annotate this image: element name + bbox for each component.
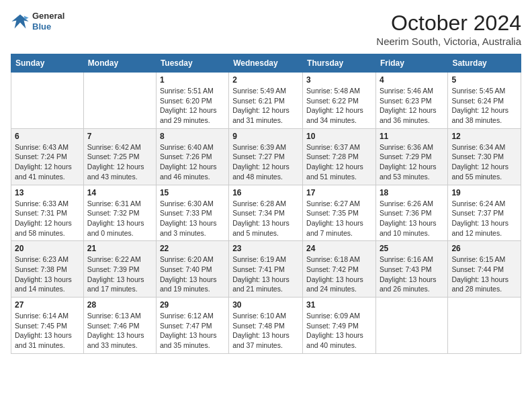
calendar-cell: 19Sunrise: 6:24 AM Sunset: 7:37 PM Dayli… xyxy=(448,185,521,241)
calendar-cell: 12Sunrise: 6:34 AM Sunset: 7:30 PM Dayli… xyxy=(448,128,521,185)
calendar-cell: 30Sunrise: 6:10 AM Sunset: 7:48 PM Dayli… xyxy=(229,298,303,354)
calendar-cell: 14Sunrise: 6:31 AM Sunset: 7:32 PM Dayli… xyxy=(83,185,156,241)
day-info: Sunrise: 5:48 AM Sunset: 6:22 PM Dayligh… xyxy=(306,86,372,126)
svg-marker-0 xyxy=(11,14,28,28)
day-number: 10 xyxy=(306,132,372,141)
calendar-cell: 17Sunrise: 6:27 AM Sunset: 7:35 PM Dayli… xyxy=(303,185,376,241)
col-header-friday: Friday xyxy=(375,54,447,73)
col-header-wednesday: Wednesday xyxy=(229,54,303,73)
calendar-cell: 26Sunrise: 6:15 AM Sunset: 7:44 PM Dayli… xyxy=(448,241,521,298)
calendar-cell: 10Sunrise: 6:37 AM Sunset: 7:28 PM Dayli… xyxy=(303,128,376,185)
calendar-cell: 8Sunrise: 6:40 AM Sunset: 7:26 PM Daylig… xyxy=(156,128,228,185)
calendar-cell xyxy=(448,298,521,354)
day-info: Sunrise: 6:42 AM Sunset: 7:25 PM Dayligh… xyxy=(87,142,152,182)
day-number: 7 xyxy=(87,132,152,141)
calendar-cell: 31Sunrise: 6:09 AM Sunset: 7:49 PM Dayli… xyxy=(303,298,376,354)
col-header-monday: Monday xyxy=(83,54,156,73)
day-info: Sunrise: 6:43 AM Sunset: 7:24 PM Dayligh… xyxy=(15,142,80,182)
day-number: 23 xyxy=(232,244,299,253)
day-number: 15 xyxy=(160,188,225,197)
day-info: Sunrise: 6:18 AM Sunset: 7:42 PM Dayligh… xyxy=(306,255,372,294)
day-info: Sunrise: 6:24 AM Sunset: 7:37 PM Dayligh… xyxy=(451,199,517,238)
day-info: Sunrise: 6:09 AM Sunset: 7:49 PM Dayligh… xyxy=(306,311,372,351)
col-header-sunday: Sunday xyxy=(11,54,84,73)
calendar-cell: 25Sunrise: 6:16 AM Sunset: 7:43 PM Dayli… xyxy=(375,241,447,298)
col-header-thursday: Thursday xyxy=(303,54,376,73)
day-info: Sunrise: 6:23 AM Sunset: 7:38 PM Dayligh… xyxy=(15,255,80,294)
day-info: Sunrise: 6:37 AM Sunset: 7:28 PM Dayligh… xyxy=(306,142,372,182)
calendar-cell: 16Sunrise: 6:28 AM Sunset: 7:34 PM Dayli… xyxy=(229,185,303,241)
page-subtitle: Neerim South, Victoria, Australia xyxy=(376,36,521,47)
logo-bird-icon xyxy=(11,12,30,31)
calendar-header: SundayMondayTuesdayWednesdayThursdayFrid… xyxy=(11,54,521,73)
day-number: 8 xyxy=(160,132,225,141)
calendar-cell: 9Sunrise: 6:39 AM Sunset: 7:27 PM Daylig… xyxy=(229,128,303,185)
day-number: 29 xyxy=(160,300,225,310)
calendar-cell: 22Sunrise: 6:20 AM Sunset: 7:40 PM Dayli… xyxy=(156,241,228,298)
calendar-week-5: 27Sunrise: 6:14 AM Sunset: 7:45 PM Dayli… xyxy=(11,298,521,354)
day-info: Sunrise: 6:13 AM Sunset: 7:46 PM Dayligh… xyxy=(87,311,152,351)
day-number: 13 xyxy=(15,188,80,197)
day-info: Sunrise: 6:22 AM Sunset: 7:39 PM Dayligh… xyxy=(87,255,152,294)
day-info: Sunrise: 5:51 AM Sunset: 6:20 PM Dayligh… xyxy=(160,86,225,126)
day-number: 14 xyxy=(87,188,152,197)
day-number: 27 xyxy=(15,300,80,310)
calendar-cell: 5Sunrise: 5:45 AM Sunset: 6:24 PM Daylig… xyxy=(448,73,521,129)
day-info: Sunrise: 6:10 AM Sunset: 7:48 PM Dayligh… xyxy=(232,311,299,351)
day-number: 11 xyxy=(380,132,444,141)
calendar-week-2: 6Sunrise: 6:43 AM Sunset: 7:24 PM Daylig… xyxy=(11,128,521,185)
calendar-cell: 23Sunrise: 6:19 AM Sunset: 7:41 PM Dayli… xyxy=(229,241,303,298)
logo-blue: Blue xyxy=(32,21,64,32)
day-number: 17 xyxy=(306,188,372,197)
day-number: 6 xyxy=(15,132,80,141)
day-number: 2 xyxy=(232,75,299,85)
calendar-cell: 11Sunrise: 6:36 AM Sunset: 7:29 PM Dayli… xyxy=(375,128,447,185)
calendar-cell: 15Sunrise: 6:30 AM Sunset: 7:33 PM Dayli… xyxy=(156,185,228,241)
day-info: Sunrise: 5:46 AM Sunset: 6:23 PM Dayligh… xyxy=(380,86,444,126)
calendar-week-3: 13Sunrise: 6:33 AM Sunset: 7:31 PM Dayli… xyxy=(11,185,521,241)
day-info: Sunrise: 6:40 AM Sunset: 7:26 PM Dayligh… xyxy=(160,142,225,182)
calendar-cell: 21Sunrise: 6:22 AM Sunset: 7:39 PM Dayli… xyxy=(83,241,156,298)
day-info: Sunrise: 5:49 AM Sunset: 6:21 PM Dayligh… xyxy=(232,86,299,126)
calendar-body: 1Sunrise: 5:51 AM Sunset: 6:20 PM Daylig… xyxy=(11,73,521,354)
day-number: 18 xyxy=(380,188,444,197)
logo-general: General xyxy=(32,11,64,21)
day-info: Sunrise: 6:15 AM Sunset: 7:44 PM Dayligh… xyxy=(451,255,517,294)
day-number: 24 xyxy=(306,244,372,253)
day-info: Sunrise: 6:26 AM Sunset: 7:36 PM Dayligh… xyxy=(380,199,444,238)
page-header: General Blue October 2024 Neerim South, … xyxy=(11,11,521,47)
day-number: 21 xyxy=(87,244,152,253)
title-block: October 2024 Neerim South, Victoria, Aus… xyxy=(376,11,521,47)
calendar-cell: 2Sunrise: 5:49 AM Sunset: 6:21 PM Daylig… xyxy=(229,73,303,129)
calendar-cell: 7Sunrise: 6:42 AM Sunset: 7:25 PM Daylig… xyxy=(83,128,156,185)
calendar-cell: 13Sunrise: 6:33 AM Sunset: 7:31 PM Dayli… xyxy=(11,185,84,241)
day-info: Sunrise: 6:19 AM Sunset: 7:41 PM Dayligh… xyxy=(232,255,299,294)
day-number: 20 xyxy=(15,244,80,253)
calendar-cell xyxy=(83,73,156,129)
calendar-cell: 3Sunrise: 5:48 AM Sunset: 6:22 PM Daylig… xyxy=(303,73,376,129)
calendar-cell: 29Sunrise: 6:12 AM Sunset: 7:47 PM Dayli… xyxy=(156,298,228,354)
day-number: 31 xyxy=(306,300,372,310)
day-info: Sunrise: 6:31 AM Sunset: 7:32 PM Dayligh… xyxy=(87,199,152,238)
day-number: 16 xyxy=(232,188,299,197)
day-info: Sunrise: 6:33 AM Sunset: 7:31 PM Dayligh… xyxy=(15,199,80,238)
day-number: 1 xyxy=(160,75,225,85)
day-info: Sunrise: 6:20 AM Sunset: 7:40 PM Dayligh… xyxy=(160,255,225,294)
col-header-saturday: Saturday xyxy=(448,54,521,73)
calendar-cell: 28Sunrise: 6:13 AM Sunset: 7:46 PM Dayli… xyxy=(83,298,156,354)
day-number: 30 xyxy=(232,300,299,310)
day-number: 25 xyxy=(380,244,444,253)
calendar-cell: 18Sunrise: 6:26 AM Sunset: 7:36 PM Dayli… xyxy=(375,185,447,241)
day-info: Sunrise: 6:28 AM Sunset: 7:34 PM Dayligh… xyxy=(232,199,299,238)
day-info: Sunrise: 6:14 AM Sunset: 7:45 PM Dayligh… xyxy=(15,311,80,351)
day-number: 4 xyxy=(380,75,444,85)
calendar-cell: 27Sunrise: 6:14 AM Sunset: 7:45 PM Dayli… xyxy=(11,298,84,354)
day-number: 26 xyxy=(451,244,517,253)
calendar-cell: 1Sunrise: 5:51 AM Sunset: 6:20 PM Daylig… xyxy=(156,73,228,129)
day-number: 12 xyxy=(451,132,517,141)
page-title: October 2024 xyxy=(376,11,521,36)
day-info: Sunrise: 6:30 AM Sunset: 7:33 PM Dayligh… xyxy=(160,199,225,238)
day-number: 19 xyxy=(451,188,517,197)
day-number: 28 xyxy=(87,300,152,310)
day-number: 3 xyxy=(306,75,372,85)
